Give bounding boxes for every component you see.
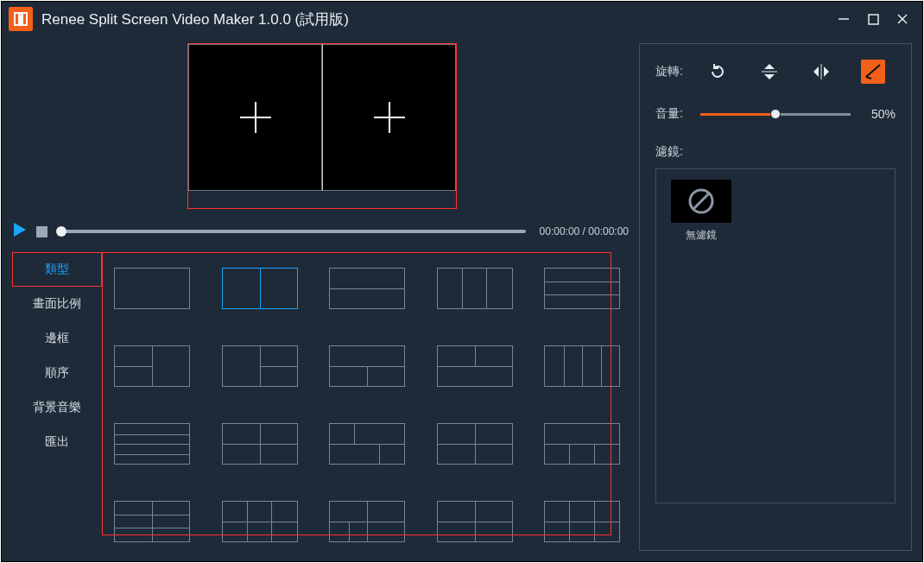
flip-horizontal-button[interactable]: [809, 60, 833, 84]
volume-row: 音量: 50%: [655, 106, 896, 122]
add-icon: [240, 102, 271, 133]
time-current: 00:00:00: [540, 225, 580, 237]
tab-label: 邊框: [45, 331, 69, 346]
filter-list[interactable]: 無濾鏡: [655, 168, 896, 503]
svg-line-15: [693, 193, 709, 209]
layout-scroll[interactable]: [102, 252, 632, 551]
filter-label: 濾鏡:: [655, 144, 896, 160]
layout-t-split-a[interactable]: [329, 345, 405, 387]
app-window: Renee Split Screen Video Maker 1.0.0 (試用…: [1, 1, 923, 562]
maximize-button[interactable]: [865, 11, 881, 27]
timeline-slider[interactable]: [61, 230, 526, 233]
layout-grid: [114, 268, 620, 542]
layout-4h[interactable]: [114, 423, 190, 465]
rotate-row: 旋轉:: [655, 60, 896, 84]
layout-item[interactable]: [437, 501, 513, 542]
main-area: 00:00:00 / 00:00:00 類型 畫面比例 邊框 順序 背景音樂 匯…: [2, 36, 922, 561]
layout-item[interactable]: [114, 501, 190, 542]
layout-2x2[interactable]: [222, 423, 298, 465]
timecode: 00:00:00 / 00:00:00: [540, 225, 629, 237]
volume-slider[interactable]: [700, 113, 851, 116]
crop-button[interactable]: [861, 60, 885, 84]
rotate-cw-button[interactable]: [706, 60, 730, 84]
layout-2h[interactable]: [329, 268, 405, 309]
svg-rect-1: [16, 14, 18, 24]
layout-3v[interactable]: [437, 268, 513, 309]
tab-export[interactable]: 匯出: [12, 425, 102, 459]
volume-handle[interactable]: [770, 109, 781, 119]
layout-item[interactable]: [329, 501, 405, 542]
title-bar: Renee Split Screen Video Maker 1.0.0 (試用…: [2, 2, 922, 36]
tab-label: 類型: [45, 262, 69, 277]
tab-background-music[interactable]: 背景音樂: [12, 390, 102, 425]
rotate-label: 旋轉:: [655, 64, 693, 79]
no-filter-icon: [671, 180, 731, 223]
svg-marker-11: [813, 66, 819, 77]
right-panel: 旋轉: 音量:: [639, 43, 912, 551]
layout-1x1[interactable]: [114, 268, 190, 309]
stop-button[interactable]: [36, 226, 47, 237]
volume-label: 音量:: [655, 106, 693, 122]
layout-item[interactable]: [222, 501, 298, 542]
svg-marker-9: [764, 74, 775, 79]
tab-label: 匯出: [45, 434, 69, 450]
tab-aspect-ratio[interactable]: 畫面比例: [12, 287, 102, 321]
layout-picker: [102, 252, 632, 551]
layout-l-split-a[interactable]: [114, 345, 190, 387]
left-column: 00:00:00 / 00:00:00 類型 畫面比例 邊框 順序 背景音樂 匯…: [12, 43, 632, 551]
preview-slot-1[interactable]: [188, 44, 322, 191]
time-total: 00:00:00: [588, 225, 629, 237]
tab-border[interactable]: 邊框: [12, 321, 102, 356]
window-controls: [836, 11, 910, 27]
volume-value: 50%: [863, 107, 896, 121]
layout-3h[interactable]: [544, 268, 620, 309]
app-title: Renee Split Screen Video Maker 1.0.0 (試用…: [41, 9, 836, 29]
rotate-buttons: [706, 60, 885, 84]
app-logo-icon: [9, 7, 33, 31]
timeline-handle[interactable]: [56, 226, 66, 237]
layout-4v[interactable]: [544, 345, 620, 387]
flip-vertical-button[interactable]: [757, 60, 782, 84]
tab-label: 畫面比例: [33, 296, 81, 312]
svg-marker-12: [824, 66, 829, 77]
svg-rect-4: [869, 15, 878, 24]
filter-none[interactable]: 無濾鏡: [667, 180, 736, 243]
filter-section: 濾鏡: 無濾鏡: [655, 144, 896, 503]
preview: [12, 43, 632, 209]
play-button[interactable]: [12, 222, 28, 241]
tab-type[interactable]: 類型: [12, 252, 102, 287]
layout-mixed-c[interactable]: [544, 423, 620, 465]
add-icon: [374, 102, 405, 133]
close-button[interactable]: [895, 11, 910, 27]
filter-name: 無濾鏡: [667, 228, 736, 243]
tab-order[interactable]: 順序: [12, 356, 102, 390]
svg-rect-2: [23, 14, 26, 24]
tab-label: 背景音樂: [33, 400, 81, 415]
lower-pane: 類型 畫面比例 邊框 順序 背景音樂 匯出: [12, 252, 632, 551]
layout-t-split-b[interactable]: [437, 345, 513, 387]
layout-2v[interactable]: [222, 268, 298, 309]
svg-marker-7: [14, 223, 26, 237]
preview-highlight: [187, 43, 457, 209]
layout-item[interactable]: [544, 501, 620, 542]
tab-label: 順序: [45, 365, 69, 381]
layout-mixed-b[interactable]: [437, 423, 513, 465]
preview-slot-2[interactable]: [322, 44, 456, 191]
sidebar-tabs: 類型 畫面比例 邊框 順序 背景音樂 匯出: [12, 252, 102, 551]
layout-mixed-a[interactable]: [329, 423, 405, 465]
minimize-button[interactable]: [836, 11, 851, 27]
layout-l-split-b[interactable]: [222, 345, 298, 387]
playback-bar: 00:00:00 / 00:00:00: [12, 216, 632, 247]
volume-fill: [700, 113, 775, 116]
svg-marker-8: [764, 64, 775, 69]
